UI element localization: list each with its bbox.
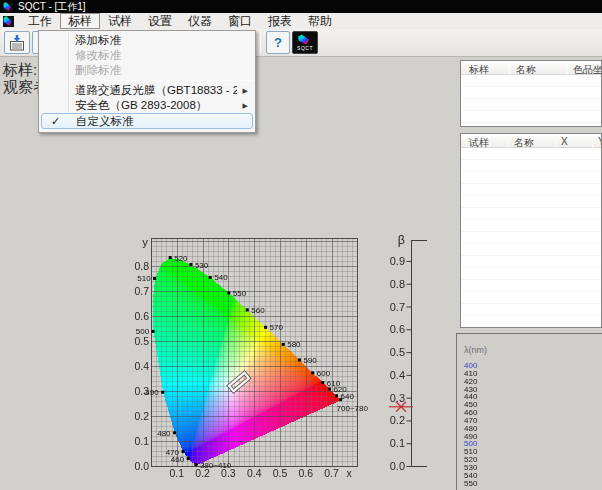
table-row[interactable]	[461, 123, 601, 127]
menu-item-4[interactable]: 安全色（GB 2893-2008）▶	[41, 98, 253, 113]
app-icon	[3, 2, 13, 12]
svg-text:0.1: 0.1	[390, 437, 405, 449]
menu-item-label: 道路交通反光膜（GBT18833 - 2012）	[75, 83, 237, 98]
menu-item-0[interactable]: 添加标准	[41, 33, 253, 48]
column-separator	[508, 136, 509, 148]
menubar-item-0[interactable]: 工作	[20, 13, 60, 29]
sqct-about-button[interactable]: SQCT	[292, 31, 318, 54]
wavelength-panel: λ(nm) 4004104204304404504604704804905005…	[456, 333, 602, 490]
sample-header-col-2[interactable]: X	[561, 136, 568, 147]
table-row[interactable]	[461, 220, 601, 232]
menu-item-5[interactable]: ✓自定义标准	[41, 113, 253, 129]
cie-chromaticity-diagram	[130, 230, 400, 484]
sample-table[interactable]: 试样名称XY	[460, 133, 602, 328]
menubar-item-2[interactable]: 试样	[100, 13, 140, 29]
app-window: SQCT - [工作1] 工作标样试样设置仪器窗口报表帮助 ?	[0, 0, 602, 490]
sample-table-body[interactable]	[461, 148, 601, 328]
standard-dropdown-menu: 添加标准修改标准删除标准道路交通反光膜（GBT18833 - 2012）▶安全色…	[38, 30, 256, 133]
help-button[interactable]: ?	[266, 31, 290, 54]
standard-header-col-2[interactable]: 色品坐标	[573, 63, 602, 77]
sample-table-header: 试样名称XY	[461, 134, 601, 148]
menu-bar: 工作标样试样设置仪器窗口报表帮助	[0, 13, 602, 29]
column-separator	[592, 136, 593, 148]
menubar-item-5[interactable]: 窗口	[220, 13, 260, 29]
table-row[interactable]	[461, 292, 601, 304]
menu-item-label: 安全色（GB 2893-2008）	[75, 98, 237, 113]
svg-text:0.7: 0.7	[390, 301, 405, 313]
menu-item-label: 自定义标准	[76, 114, 236, 129]
column-separator	[566, 63, 567, 75]
table-row[interactable]	[461, 268, 601, 280]
sample-header-col-1[interactable]: 名称	[514, 136, 534, 150]
checkmark-icon: ✓	[51, 115, 65, 128]
svg-text:0.3: 0.3	[390, 392, 405, 404]
table-row[interactable]	[461, 208, 601, 220]
wavelength-list: 4004104204304404504604704804905005105205…	[464, 362, 477, 488]
column-separator	[555, 136, 556, 148]
table-row[interactable]	[461, 304, 601, 316]
menubar-item-1[interactable]: 标样	[60, 13, 100, 29]
menu-item-label: 删除标准	[75, 63, 237, 78]
sample-header-col-3[interactable]: Y	[598, 136, 602, 147]
svg-text:0.2: 0.2	[390, 414, 405, 426]
sample-header-col-0[interactable]: 试样	[469, 136, 489, 150]
import-standard-button[interactable]	[4, 31, 30, 54]
sqct-label: SQCT	[297, 45, 313, 51]
menu-item-2[interactable]: 删除标准	[41, 63, 253, 78]
list-down-arrow-icon	[8, 35, 26, 51]
beta-axis: β0.90.80.70.60.50.40.30.20.10.0	[386, 230, 434, 490]
standard-table[interactable]: 标样名称色品坐标	[460, 60, 602, 127]
title-bar: SQCT - [工作1]	[0, 0, 602, 13]
table-row[interactable]	[461, 316, 601, 328]
menubar-item-6[interactable]: 报表	[260, 13, 300, 29]
table-row[interactable]	[461, 280, 601, 292]
table-row[interactable]	[461, 232, 601, 244]
table-row[interactable]	[461, 256, 601, 268]
menubar-items: 工作标样试样设置仪器窗口报表帮助	[20, 13, 340, 29]
svg-text:0.6: 0.6	[390, 323, 405, 335]
table-row[interactable]	[461, 196, 601, 208]
chromaticity-icon	[298, 34, 313, 45]
standard-table-header: 标样名称色品坐标	[461, 61, 601, 75]
menu-item-1[interactable]: 修改标准	[41, 48, 253, 63]
menu-separator	[71, 80, 253, 81]
menu-item-label: 修改标准	[75, 48, 237, 63]
table-row[interactable]	[461, 99, 601, 111]
svg-text:0.0: 0.0	[390, 460, 405, 472]
svg-text:0.8: 0.8	[390, 278, 405, 290]
document-window-icon[interactable]	[3, 16, 14, 27]
svg-text:0.5: 0.5	[390, 346, 405, 358]
menu-item-label: 添加标准	[75, 33, 237, 48]
table-row[interactable]	[461, 244, 601, 256]
menubar-item-3[interactable]: 设置	[140, 13, 180, 29]
submenu-arrow-icon: ▶	[243, 102, 248, 110]
window-title: SQCT - [工作1]	[18, 0, 86, 14]
standard-header-col-0[interactable]: 标样	[469, 63, 489, 77]
menu-item-3[interactable]: 道路交通反光膜（GBT18833 - 2012）▶	[41, 83, 253, 98]
column-separator	[509, 63, 510, 75]
menubar-item-4[interactable]: 仪器	[180, 13, 220, 29]
table-row[interactable]	[461, 160, 601, 172]
help-icon: ?	[274, 35, 282, 50]
svg-text:0.9: 0.9	[390, 255, 405, 267]
svg-text:0.4: 0.4	[390, 369, 405, 381]
toolbar-separator	[260, 32, 261, 53]
menubar-item-7[interactable]: 帮助	[300, 13, 340, 29]
table-row[interactable]	[461, 111, 601, 123]
submenu-arrow-icon: ▶	[243, 87, 248, 95]
table-row[interactable]	[461, 87, 601, 99]
table-row[interactable]	[461, 184, 601, 196]
wavelength-header: λ(nm)	[464, 345, 487, 355]
standard-table-body[interactable]	[461, 75, 601, 127]
table-row[interactable]	[461, 172, 601, 184]
svg-text:β: β	[398, 233, 405, 247]
wavelength-item[interactable]: 550	[464, 480, 477, 488]
standard-header-col-1[interactable]: 名称	[516, 63, 536, 77]
